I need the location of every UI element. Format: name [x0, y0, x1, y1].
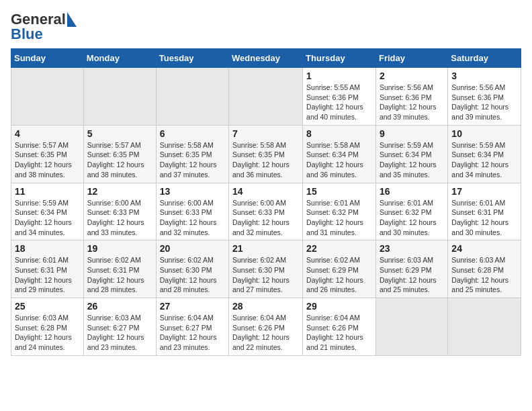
day-cell: 16Sunrise: 6:01 AM Sunset: 6:32 PM Dayli…: [375, 183, 447, 240]
day-info: Sunrise: 6:00 AM Sunset: 6:33 PM Dayligh…: [160, 198, 225, 238]
header-cell-tuesday: Tuesday: [156, 49, 228, 68]
day-info: Sunrise: 6:04 AM Sunset: 6:27 PM Dayligh…: [160, 313, 225, 353]
header-cell-wednesday: Wednesday: [229, 49, 303, 68]
day-info: Sunrise: 6:04 AM Sunset: 6:26 PM Dayligh…: [306, 313, 372, 353]
day-cell: 13Sunrise: 6:00 AM Sunset: 6:33 PM Dayli…: [156, 183, 228, 240]
day-cell: 27Sunrise: 6:04 AM Sunset: 6:27 PM Dayli…: [156, 298, 228, 356]
page-header: General Blue: [11, 11, 521, 43]
day-info: Sunrise: 5:59 AM Sunset: 6:34 PM Dayligh…: [15, 198, 80, 238]
day-info: Sunrise: 5:58 AM Sunset: 6:35 PM Dayligh…: [232, 140, 299, 180]
logo-blue: Blue: [11, 26, 43, 43]
day-cell: 26Sunrise: 6:03 AM Sunset: 6:27 PM Dayli…: [83, 298, 156, 356]
day-number: 25: [15, 301, 80, 312]
day-cell: 23Sunrise: 6:03 AM Sunset: 6:29 PM Dayli…: [375, 240, 447, 298]
day-cell: [229, 68, 303, 126]
day-number: 29: [306, 301, 372, 312]
day-number: 8: [306, 128, 372, 139]
week-row-2: 4Sunrise: 5:57 AM Sunset: 6:35 PM Daylig…: [11, 125, 521, 183]
day-number: 14: [232, 186, 299, 197]
day-cell: 7Sunrise: 5:58 AM Sunset: 6:35 PM Daylig…: [229, 125, 303, 183]
header-cell-friday: Friday: [375, 49, 447, 68]
day-info: Sunrise: 5:57 AM Sunset: 6:35 PM Dayligh…: [15, 140, 80, 180]
week-row-4: 18Sunrise: 6:01 AM Sunset: 6:31 PM Dayli…: [11, 240, 521, 298]
day-info: Sunrise: 5:57 AM Sunset: 6:35 PM Dayligh…: [87, 140, 152, 180]
header-cell-saturday: Saturday: [448, 49, 521, 68]
day-number: 27: [160, 301, 225, 312]
day-number: 21: [232, 243, 299, 254]
day-cell: 9Sunrise: 5:59 AM Sunset: 6:34 PM Daylig…: [375, 125, 447, 183]
day-cell: 12Sunrise: 6:00 AM Sunset: 6:33 PM Dayli…: [83, 183, 156, 240]
day-cell: 19Sunrise: 6:02 AM Sunset: 6:31 PM Dayli…: [83, 240, 156, 298]
calendar-table: SundayMondayTuesdayWednesdayThursdayFrid…: [11, 48, 521, 356]
day-info: Sunrise: 5:56 AM Sunset: 6:36 PM Dayligh…: [451, 83, 517, 122]
day-number: 17: [451, 186, 517, 197]
day-number: 16: [380, 186, 444, 197]
day-cell: 29Sunrise: 6:04 AM Sunset: 6:26 PM Dayli…: [303, 298, 376, 356]
day-number: 10: [451, 128, 517, 139]
day-info: Sunrise: 5:59 AM Sunset: 6:34 PM Dayligh…: [380, 140, 444, 180]
day-cell: 3Sunrise: 5:56 AM Sunset: 6:36 PM Daylig…: [448, 68, 521, 126]
day-info: Sunrise: 6:03 AM Sunset: 6:28 PM Dayligh…: [15, 313, 80, 353]
day-cell: 4Sunrise: 5:57 AM Sunset: 6:35 PM Daylig…: [11, 125, 84, 183]
day-cell: [156, 68, 228, 126]
header-cell-sunday: Sunday: [11, 49, 84, 68]
day-cell: 1Sunrise: 5:55 AM Sunset: 6:36 PM Daylig…: [303, 68, 376, 126]
day-cell: 21Sunrise: 6:02 AM Sunset: 6:30 PM Dayli…: [229, 240, 303, 298]
day-info: Sunrise: 6:02 AM Sunset: 6:29 PM Dayligh…: [306, 255, 372, 295]
day-cell: [83, 68, 156, 126]
day-info: Sunrise: 6:03 AM Sunset: 6:29 PM Dayligh…: [380, 255, 444, 295]
day-number: 7: [232, 128, 299, 139]
day-number: 15: [306, 186, 372, 197]
logo: General Blue: [11, 11, 77, 43]
day-info: Sunrise: 6:01 AM Sunset: 6:32 PM Dayligh…: [380, 198, 444, 238]
day-cell: [375, 298, 447, 356]
day-cell: 17Sunrise: 6:01 AM Sunset: 6:31 PM Dayli…: [448, 183, 521, 240]
day-number: 23: [380, 243, 444, 254]
day-cell: 2Sunrise: 5:56 AM Sunset: 6:36 PM Daylig…: [375, 68, 447, 126]
header-cell-thursday: Thursday: [303, 49, 376, 68]
day-cell: 6Sunrise: 5:58 AM Sunset: 6:35 PM Daylig…: [156, 125, 228, 183]
day-info: Sunrise: 5:58 AM Sunset: 6:35 PM Dayligh…: [160, 140, 225, 180]
day-number: 13: [160, 186, 225, 197]
day-number: 9: [380, 128, 444, 139]
day-cell: 22Sunrise: 6:02 AM Sunset: 6:29 PM Dayli…: [303, 240, 376, 298]
day-cell: 14Sunrise: 6:00 AM Sunset: 6:33 PM Dayli…: [229, 183, 303, 240]
day-info: Sunrise: 6:00 AM Sunset: 6:33 PM Dayligh…: [87, 198, 152, 238]
day-number: 1: [306, 71, 372, 81]
header-cell-monday: Monday: [83, 49, 156, 68]
day-number: 24: [451, 243, 517, 254]
day-number: 12: [87, 186, 152, 197]
day-number: 22: [306, 243, 372, 254]
day-cell: 5Sunrise: 5:57 AM Sunset: 6:35 PM Daylig…: [83, 125, 156, 183]
day-cell: 11Sunrise: 5:59 AM Sunset: 6:34 PM Dayli…: [11, 183, 84, 240]
day-number: 28: [232, 301, 299, 312]
day-info: Sunrise: 6:02 AM Sunset: 6:30 PM Dayligh…: [160, 255, 225, 295]
day-cell: 8Sunrise: 5:58 AM Sunset: 6:34 PM Daylig…: [303, 125, 376, 183]
day-number: 18: [15, 243, 80, 254]
day-number: 3: [451, 71, 517, 81]
week-row-3: 11Sunrise: 5:59 AM Sunset: 6:34 PM Dayli…: [11, 183, 521, 240]
day-number: 5: [87, 128, 152, 139]
day-number: 26: [87, 301, 152, 312]
day-number: 11: [15, 186, 80, 197]
day-cell: 15Sunrise: 6:01 AM Sunset: 6:32 PM Dayli…: [303, 183, 376, 240]
day-info: Sunrise: 5:58 AM Sunset: 6:34 PM Dayligh…: [306, 140, 372, 180]
day-number: 6: [160, 128, 225, 139]
day-number: 4: [15, 128, 80, 139]
day-info: Sunrise: 5:56 AM Sunset: 6:36 PM Dayligh…: [380, 83, 444, 122]
week-row-1: 1Sunrise: 5:55 AM Sunset: 6:36 PM Daylig…: [11, 68, 521, 126]
day-info: Sunrise: 6:02 AM Sunset: 6:30 PM Dayligh…: [232, 255, 299, 295]
day-cell: 20Sunrise: 6:02 AM Sunset: 6:30 PM Dayli…: [156, 240, 228, 298]
day-info: Sunrise: 6:01 AM Sunset: 6:31 PM Dayligh…: [451, 198, 517, 238]
day-cell: 18Sunrise: 6:01 AM Sunset: 6:31 PM Dayli…: [11, 240, 84, 298]
day-info: Sunrise: 6:01 AM Sunset: 6:31 PM Dayligh…: [15, 255, 80, 295]
day-info: Sunrise: 6:01 AM Sunset: 6:32 PM Dayligh…: [306, 198, 372, 238]
day-info: Sunrise: 5:55 AM Sunset: 6:36 PM Dayligh…: [306, 83, 372, 122]
day-number: 2: [380, 71, 444, 81]
day-info: Sunrise: 6:03 AM Sunset: 6:28 PM Dayligh…: [451, 255, 517, 295]
day-number: 19: [87, 243, 152, 254]
day-info: Sunrise: 6:02 AM Sunset: 6:31 PM Dayligh…: [87, 255, 152, 295]
header-row: SundayMondayTuesdayWednesdayThursdayFrid…: [11, 49, 521, 68]
day-info: Sunrise: 6:04 AM Sunset: 6:26 PM Dayligh…: [232, 313, 299, 353]
day-cell: 10Sunrise: 5:59 AM Sunset: 6:34 PM Dayli…: [448, 125, 521, 183]
